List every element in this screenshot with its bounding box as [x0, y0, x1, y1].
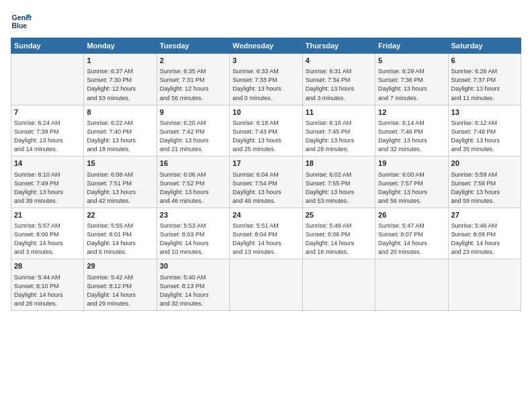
calendar-cell: 3Sunrise: 6:33 AM Sunset: 7:33 PM Daylig…	[230, 54, 302, 105]
calendar-cell: 27Sunrise: 5:46 AM Sunset: 8:09 PM Dayli…	[448, 208, 521, 259]
day-number: 19	[378, 158, 445, 169]
cell-content: Sunrise: 6:31 AM Sunset: 7:34 PM Dayligh…	[306, 67, 372, 102]
calendar-cell: 16Sunrise: 6:06 AM Sunset: 7:52 PM Dayli…	[157, 156, 229, 208]
day-number: 28	[14, 261, 81, 271]
cell-content: Sunrise: 5:55 AM Sunset: 8:01 PM Dayligh…	[87, 222, 153, 257]
cell-content: Sunrise: 6:00 AM Sunset: 7:57 PM Dayligh…	[378, 171, 445, 205]
day-number: 2	[160, 56, 226, 66]
header-row: SundayMondayTuesdayWednesdayThursdayFrid…	[11, 38, 521, 54]
cell-content: Sunrise: 5:57 AM Sunset: 8:00 PM Dayligh…	[14, 222, 81, 257]
day-number: 26	[378, 210, 445, 220]
calendar-cell: 24Sunrise: 5:51 AM Sunset: 8:04 PM Dayli…	[230, 208, 302, 259]
calendar-cell: 5Sunrise: 6:29 AM Sunset: 7:36 PM Daylig…	[375, 54, 448, 105]
cell-content: Sunrise: 6:16 AM Sunset: 7:45 PM Dayligh…	[306, 119, 372, 154]
calendar-cell	[11, 54, 84, 105]
calendar-cell: 4Sunrise: 6:31 AM Sunset: 7:34 PM Daylig…	[302, 54, 375, 105]
day-number: 12	[378, 107, 445, 118]
calendar-cell: 15Sunrise: 6:08 AM Sunset: 7:51 PM Dayli…	[84, 156, 157, 208]
day-number: 7	[14, 107, 81, 118]
cell-content: Sunrise: 6:10 AM Sunset: 7:49 PM Dayligh…	[14, 171, 81, 205]
day-number: 20	[451, 158, 518, 169]
calendar-cell	[302, 259, 375, 311]
calendar-cell: 11Sunrise: 6:16 AM Sunset: 7:45 PM Dayli…	[302, 105, 375, 156]
calendar-cell: 19Sunrise: 6:00 AM Sunset: 7:57 PM Dayli…	[375, 156, 448, 208]
day-number: 11	[306, 107, 372, 118]
day-number: 13	[451, 107, 518, 118]
day-number: 25	[306, 210, 372, 220]
header: General Blue	[11, 11, 521, 32]
logo: General Blue	[11, 11, 32, 32]
calendar-cell: 2Sunrise: 6:35 AM Sunset: 7:31 PM Daylig…	[157, 54, 229, 105]
day-number: 6	[451, 56, 518, 66]
calendar-cell: 12Sunrise: 6:14 AM Sunset: 7:46 PM Dayli…	[375, 105, 448, 156]
day-number: 16	[160, 158, 226, 169]
calendar-cell: 6Sunrise: 6:26 AM Sunset: 7:37 PM Daylig…	[448, 54, 521, 105]
cell-content: Sunrise: 5:40 AM Sunset: 8:13 PM Dayligh…	[160, 273, 226, 308]
calendar-cell: 22Sunrise: 5:55 AM Sunset: 8:01 PM Dayli…	[84, 208, 157, 259]
cell-content: Sunrise: 5:46 AM Sunset: 8:09 PM Dayligh…	[451, 222, 518, 257]
calendar-cell: 1Sunrise: 6:37 AM Sunset: 7:30 PM Daylig…	[84, 54, 157, 105]
day-number: 1	[87, 56, 153, 66]
day-number: 24	[232, 210, 299, 220]
calendar-cell: 23Sunrise: 5:53 AM Sunset: 8:03 PM Dayli…	[157, 208, 229, 259]
day-number: 30	[160, 261, 226, 271]
cell-content: Sunrise: 6:04 AM Sunset: 7:54 PM Dayligh…	[232, 171, 299, 205]
day-number: 8	[87, 107, 153, 118]
calendar-cell: 13Sunrise: 6:12 AM Sunset: 7:48 PM Dayli…	[448, 105, 521, 156]
cell-content: Sunrise: 6:37 AM Sunset: 7:30 PM Dayligh…	[87, 67, 153, 102]
col-header-monday: Monday	[84, 38, 157, 54]
week-row-3: 14Sunrise: 6:10 AM Sunset: 7:49 PM Dayli…	[11, 156, 521, 208]
calendar-cell: 14Sunrise: 6:10 AM Sunset: 7:49 PM Dayli…	[11, 156, 84, 208]
cell-content: Sunrise: 6:35 AM Sunset: 7:31 PM Dayligh…	[160, 67, 226, 102]
page: General Blue SundayMondayTuesdayWednesda…	[0, 0, 532, 411]
calendar-cell	[375, 259, 448, 311]
cell-content: Sunrise: 6:22 AM Sunset: 7:40 PM Dayligh…	[87, 119, 153, 154]
day-number: 23	[160, 210, 226, 220]
calendar-cell: 20Sunrise: 5:59 AM Sunset: 7:58 PM Dayli…	[448, 156, 521, 208]
calendar-cell	[230, 259, 302, 311]
day-number: 29	[87, 261, 153, 271]
calendar-cell: 18Sunrise: 6:02 AM Sunset: 7:55 PM Dayli…	[302, 156, 375, 208]
day-number: 18	[306, 158, 372, 169]
cell-content: Sunrise: 6:14 AM Sunset: 7:46 PM Dayligh…	[378, 119, 445, 154]
week-row-4: 21Sunrise: 5:57 AM Sunset: 8:00 PM Dayli…	[11, 208, 521, 259]
cell-content: Sunrise: 5:44 AM Sunset: 8:10 PM Dayligh…	[14, 273, 81, 308]
col-header-tuesday: Tuesday	[157, 38, 229, 54]
day-number: 3	[232, 56, 299, 66]
cell-content: Sunrise: 5:47 AM Sunset: 8:07 PM Dayligh…	[378, 222, 445, 257]
cell-content: Sunrise: 6:29 AM Sunset: 7:36 PM Dayligh…	[378, 67, 445, 102]
cell-content: Sunrise: 6:06 AM Sunset: 7:52 PM Dayligh…	[160, 171, 226, 205]
logo-icon: General Blue	[11, 11, 32, 32]
week-row-5: 28Sunrise: 5:44 AM Sunset: 8:10 PM Dayli…	[11, 259, 521, 311]
cell-content: Sunrise: 6:18 AM Sunset: 7:43 PM Dayligh…	[232, 119, 299, 154]
cell-content: Sunrise: 6:20 AM Sunset: 7:42 PM Dayligh…	[160, 119, 226, 154]
week-row-1: 1Sunrise: 6:37 AM Sunset: 7:30 PM Daylig…	[11, 54, 521, 105]
col-header-friday: Friday	[375, 38, 448, 54]
col-header-saturday: Saturday	[448, 38, 521, 54]
day-number: 15	[87, 158, 153, 169]
calendar-cell: 9Sunrise: 6:20 AM Sunset: 7:42 PM Daylig…	[157, 105, 229, 156]
calendar-cell: 28Sunrise: 5:44 AM Sunset: 8:10 PM Dayli…	[11, 259, 84, 311]
cell-content: Sunrise: 5:42 AM Sunset: 8:12 PM Dayligh…	[87, 273, 153, 308]
cell-content: Sunrise: 6:26 AM Sunset: 7:37 PM Dayligh…	[451, 67, 518, 102]
calendar-cell: 7Sunrise: 6:24 AM Sunset: 7:39 PM Daylig…	[11, 105, 84, 156]
cell-content: Sunrise: 5:53 AM Sunset: 8:03 PM Dayligh…	[160, 222, 226, 257]
calendar-cell: 26Sunrise: 5:47 AM Sunset: 8:07 PM Dayli…	[375, 208, 448, 259]
day-number: 10	[232, 107, 299, 118]
cell-content: Sunrise: 5:49 AM Sunset: 8:06 PM Dayligh…	[306, 222, 372, 257]
calendar-cell: 21Sunrise: 5:57 AM Sunset: 8:00 PM Dayli…	[11, 208, 84, 259]
day-number: 22	[87, 210, 153, 220]
cell-content: Sunrise: 6:02 AM Sunset: 7:55 PM Dayligh…	[306, 171, 372, 205]
day-number: 27	[451, 210, 518, 220]
calendar-cell: 25Sunrise: 5:49 AM Sunset: 8:06 PM Dayli…	[302, 208, 375, 259]
cell-content: Sunrise: 6:12 AM Sunset: 7:48 PM Dayligh…	[451, 119, 518, 154]
calendar-cell: 10Sunrise: 6:18 AM Sunset: 7:43 PM Dayli…	[230, 105, 302, 156]
col-header-sunday: Sunday	[11, 38, 84, 54]
cell-content: Sunrise: 6:24 AM Sunset: 7:39 PM Dayligh…	[14, 119, 81, 154]
cell-content: Sunrise: 5:51 AM Sunset: 8:04 PM Dayligh…	[232, 222, 299, 257]
svg-text:Blue: Blue	[12, 22, 28, 30]
calendar-cell: 8Sunrise: 6:22 AM Sunset: 7:40 PM Daylig…	[84, 105, 157, 156]
day-number: 5	[378, 56, 445, 66]
calendar-cell: 29Sunrise: 5:42 AM Sunset: 8:12 PM Dayli…	[84, 259, 157, 311]
day-number: 4	[306, 56, 372, 66]
